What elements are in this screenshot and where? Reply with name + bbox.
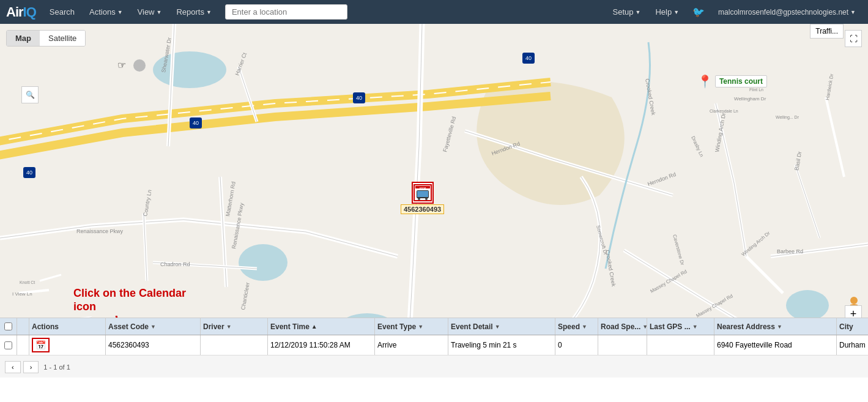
map-type-map-button[interactable]: Map bbox=[7, 31, 40, 46]
map-type-satellite-button[interactable]: Satellite bbox=[40, 31, 85, 46]
traffic-button[interactable]: Traffi... bbox=[810, 24, 844, 39]
col-asset-header[interactable]: Asset Code ▼ bbox=[106, 318, 201, 335]
svg-text:40: 40 bbox=[525, 55, 532, 61]
table-footer: ‹ › 1 - 1 of 1 bbox=[0, 355, 868, 378]
row-num-cell bbox=[17, 335, 29, 355]
svg-text:Welling... Dr: Welling... Dr bbox=[776, 115, 799, 120]
nearest-addr-sort-icon[interactable]: ▼ bbox=[777, 324, 782, 330]
tennis-court-marker: 📍 Tennis court bbox=[697, 74, 767, 89]
actions-highlight-box: 📅 bbox=[32, 338, 50, 352]
svg-text:40: 40 bbox=[193, 120, 199, 126]
driver-sort-icon[interactable]: ▼ bbox=[226, 324, 232, 330]
row-speed-cell: 0 bbox=[555, 335, 598, 355]
user-caret: ▼ bbox=[850, 9, 856, 15]
svg-text:Barbee Rd: Barbee Rd bbox=[777, 248, 803, 255]
help-caret: ▼ bbox=[673, 9, 679, 15]
map-circle-button[interactable] bbox=[133, 59, 146, 72]
row-road-speed-cell bbox=[598, 335, 647, 355]
col-event-detail-header[interactable]: Event Detail ▼ bbox=[448, 318, 555, 335]
svg-point-55 bbox=[850, 297, 858, 304]
col-event-time-header[interactable]: Event Time ▲ bbox=[268, 318, 375, 335]
speed-sort-icon[interactable]: ▼ bbox=[582, 324, 587, 330]
map-type-switcher: Map Satellite bbox=[6, 30, 86, 47]
col-driver-header[interactable]: Driver ▼ bbox=[201, 318, 268, 335]
svg-text:40: 40 bbox=[26, 169, 32, 176]
vehicle-marker[interactable]: STOP 4562360493 bbox=[401, 182, 444, 214]
row-nearest-addr-cell: 6940 Fayetteville Road bbox=[714, 335, 837, 355]
last-gps-sort-icon[interactable]: ▼ bbox=[692, 324, 698, 330]
app-logo: AirIQ bbox=[6, 4, 36, 20]
tennis-court-label: Tennis court bbox=[715, 75, 767, 87]
svg-rect-51 bbox=[417, 191, 428, 197]
col-speed-header[interactable]: Speed ▼ bbox=[555, 318, 598, 335]
row-driver-cell bbox=[201, 335, 268, 355]
svg-text:STOP: STOP bbox=[419, 187, 426, 190]
select-all-checkbox[interactable] bbox=[4, 322, 12, 330]
svg-point-53 bbox=[425, 198, 428, 200]
event-detail-sort-icon[interactable]: ▼ bbox=[495, 324, 500, 330]
row-city-cell: Durham bbox=[837, 335, 868, 355]
svg-text:I View Ln: I View Ln bbox=[12, 291, 32, 297]
view-caret: ▼ bbox=[157, 9, 162, 15]
next-page-button[interactable]: › bbox=[23, 361, 39, 373]
reports-caret: ▼ bbox=[206, 9, 212, 15]
event-type-sort-icon[interactable]: ▼ bbox=[418, 324, 423, 330]
data-table: Actions Asset Code ▼ Driver ▼ Event Time… bbox=[0, 318, 868, 378]
hand-tool-icon[interactable]: ☞ bbox=[117, 59, 126, 71]
reports-menu-button[interactable]: Reports ▼ bbox=[170, 0, 217, 24]
row-asset-cell: 4562360493 bbox=[106, 335, 201, 355]
twitter-icon[interactable]: 🐦 bbox=[688, 6, 710, 18]
calendar-icon[interactable]: 📅 bbox=[35, 340, 46, 350]
row-event-time-cell: 12/12/2019 11:50:28 AM bbox=[268, 335, 375, 355]
svg-text:Knott Ct: Knott Ct bbox=[20, 280, 35, 285]
tennis-pin-icon: 📍 bbox=[697, 74, 713, 89]
event-time-sort-asc-icon[interactable]: ▲ bbox=[311, 323, 317, 330]
row-check-cell[interactable] bbox=[0, 335, 17, 355]
svg-text:Renaissance Pkwy: Renaissance Pkwy bbox=[76, 228, 124, 234]
help-menu-button[interactable]: Help ▼ bbox=[649, 0, 685, 24]
svg-text:Clarkesdale Ln: Clarkesdale Ln bbox=[710, 109, 738, 113]
svg-text:40: 40 bbox=[356, 95, 362, 101]
page-info: 1 - 1 of 1 bbox=[43, 363, 70, 371]
actions-caret: ▼ bbox=[117, 9, 123, 15]
svg-point-52 bbox=[418, 198, 420, 200]
navbar: AirIQ Search Actions ▼ View ▼ Reports ▼ … bbox=[0, 0, 868, 24]
col-road-speed-header[interactable]: Road Spe... ▼ bbox=[598, 318, 647, 335]
col-event-type-header[interactable]: Event Type ▼ bbox=[375, 318, 448, 335]
col-city-header: City bbox=[837, 318, 868, 335]
location-search-input[interactable] bbox=[225, 4, 347, 20]
map-container: Shearwater Dr Harrier Ct Fayetteville Rd… bbox=[0, 24, 868, 378]
col-check-header[interactable] bbox=[0, 318, 17, 335]
svg-text:Chadron Rd: Chadron Rd bbox=[160, 261, 190, 267]
row-actions-cell: 📅 bbox=[29, 335, 106, 355]
vehicle-icon: STOP bbox=[412, 182, 434, 204]
vehicle-label: 4562360493 bbox=[401, 204, 444, 214]
table-header-row: Actions Asset Code ▼ Driver ▼ Event Time… bbox=[0, 318, 868, 335]
row-event-type-cell: Arrive bbox=[375, 335, 448, 355]
col-actions-header: Actions bbox=[29, 318, 106, 335]
annotation-text: Click on the Calendar icon bbox=[73, 287, 186, 313]
row-checkbox[interactable] bbox=[4, 341, 12, 349]
actions-menu-button[interactable]: Actions ▼ bbox=[83, 0, 129, 24]
svg-point-4 bbox=[786, 290, 829, 321]
prev-page-button[interactable]: ‹ bbox=[5, 361, 21, 373]
view-menu-button[interactable]: View ▼ bbox=[132, 0, 168, 24]
asset-sort-icon[interactable]: ▼ bbox=[150, 324, 156, 330]
road-speed-sort-icon[interactable]: ▼ bbox=[642, 324, 647, 330]
user-menu-button[interactable]: malcolmrosenfeld@gpstechnologies.net ▼ bbox=[712, 0, 862, 24]
row-last-gps-cell bbox=[647, 335, 714, 355]
row-event-detail-cell: Traveling 5 min 21 s bbox=[448, 335, 555, 355]
map-search-icon[interactable]: 🔍 bbox=[21, 86, 39, 103]
col-num-header bbox=[17, 318, 29, 335]
setup-caret: ▼ bbox=[636, 9, 641, 15]
search-button[interactable]: Search bbox=[43, 0, 81, 24]
svg-point-2 bbox=[239, 244, 287, 281]
svg-text:Wellingham Dr: Wellingham Dr bbox=[734, 96, 766, 102]
fullscreen-button[interactable]: ⛶ bbox=[845, 30, 862, 47]
setup-menu-button[interactable]: Setup ▼ bbox=[607, 0, 647, 24]
table-row: 📅 4562360493 12/12/2019 11:50:28 AM Arri… bbox=[0, 335, 868, 355]
col-last-gps-header[interactable]: Last GPS ... ▼ bbox=[647, 318, 714, 335]
col-nearest-addr-header[interactable]: Nearest Address ▼ bbox=[714, 318, 837, 335]
